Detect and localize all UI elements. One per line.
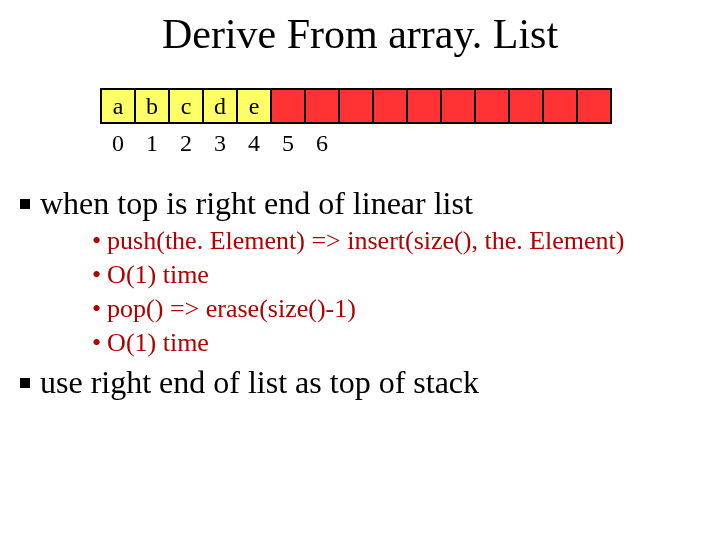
dot-bullet-icon: • (92, 294, 101, 323)
array-cell: c (168, 88, 204, 124)
array-cell: b (134, 88, 170, 124)
array-cell: a (100, 88, 136, 124)
bullet-level2: •pop() => erase(size()-1) (92, 294, 720, 324)
bullet-level2: •O(1) time (92, 328, 720, 358)
array-index: 4 (236, 130, 272, 157)
dot-bullet-icon: • (92, 328, 101, 357)
bullet-content: when top is right end of linear list•pus… (20, 185, 720, 401)
bullet-level2-text: push(the. Element) => insert(size(), the… (107, 226, 624, 255)
array-cell (440, 88, 476, 124)
bullet-level2-text: pop() => erase(size()-1) (107, 294, 356, 323)
page-title: Derive From array. List (0, 10, 720, 58)
bullet-level1: use right end of list as top of stack (20, 364, 720, 401)
bullet-level1: when top is right end of linear list (20, 185, 720, 222)
bullet-level1-text: use right end of list as top of stack (40, 364, 479, 401)
array-indices-row: 0123456 (100, 130, 720, 157)
array-index: 3 (202, 130, 238, 157)
dot-bullet-icon: • (92, 260, 101, 289)
array-cell (338, 88, 374, 124)
array-cell (372, 88, 408, 124)
array-index: 1 (134, 130, 170, 157)
square-bullet-icon (20, 199, 30, 209)
square-bullet-icon (20, 378, 30, 388)
array-cell (474, 88, 510, 124)
bullet-level2: •O(1) time (92, 260, 720, 290)
array-cell: e (236, 88, 272, 124)
bullet-level2: •push(the. Element) => insert(size(), th… (92, 226, 720, 256)
array-index: 5 (270, 130, 306, 157)
array-cell (406, 88, 442, 124)
array-index: 0 (100, 130, 136, 157)
slide: Derive From array. List abcde 0123456 wh… (0, 10, 720, 540)
array-cell (270, 88, 306, 124)
bullet-level2-text: O(1) time (107, 260, 209, 289)
bullet-level2-text: O(1) time (107, 328, 209, 357)
bullet-level1-text: when top is right end of linear list (40, 185, 473, 222)
array-index: 6 (304, 130, 340, 157)
array-cell (508, 88, 544, 124)
array-index: 2 (168, 130, 204, 157)
dot-bullet-icon: • (92, 226, 101, 255)
array-cell (542, 88, 578, 124)
array-cell (304, 88, 340, 124)
array-cells-row: abcde (100, 88, 720, 124)
array-diagram: abcde 0123456 (100, 88, 720, 157)
array-cell (576, 88, 612, 124)
array-cell: d (202, 88, 238, 124)
